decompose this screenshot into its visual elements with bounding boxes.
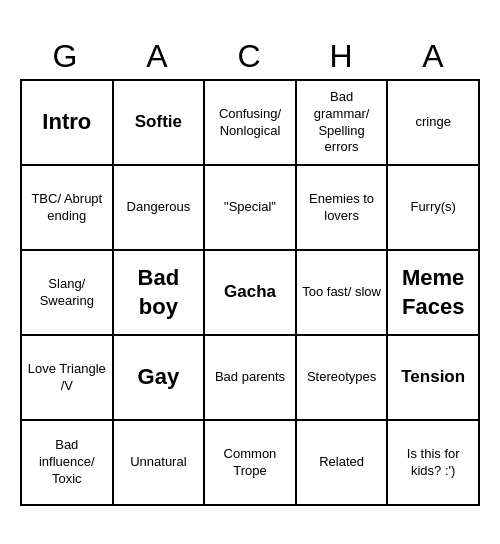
- bingo-cell-19: Tension: [388, 336, 480, 421]
- bingo-cell-14: Meme Faces: [388, 251, 480, 336]
- bingo-cell-18: Stereotypes: [297, 336, 389, 421]
- bingo-cell-1: Softie: [114, 81, 206, 166]
- bingo-cell-11: Bad boy: [114, 251, 206, 336]
- bingo-cell-3: Bad grammar/ Spelling errors: [297, 81, 389, 166]
- bingo-cell-20: Bad influence/ Toxic: [22, 421, 114, 506]
- bingo-card: G A C H A IntroSoftieConfusing/ Nonlogic…: [10, 28, 490, 516]
- bingo-cell-24: Is this for kids? :'): [388, 421, 480, 506]
- title-letter-h: H: [298, 38, 386, 75]
- bingo-grid: IntroSoftieConfusing/ NonlogicalBad gram…: [20, 79, 480, 506]
- title-letter-a2: A: [390, 38, 478, 75]
- bingo-cell-9: Furry(s): [388, 166, 480, 251]
- bingo-cell-10: Slang/ Swearing: [22, 251, 114, 336]
- bingo-cell-22: Common Trope: [205, 421, 297, 506]
- bingo-cell-23: Related: [297, 421, 389, 506]
- bingo-cell-21: Unnatural: [114, 421, 206, 506]
- title-letter-a1: A: [114, 38, 202, 75]
- bingo-cell-6: Dangerous: [114, 166, 206, 251]
- bingo-cell-7: "Special": [205, 166, 297, 251]
- title-letter-c: C: [206, 38, 294, 75]
- title-letter-g: G: [22, 38, 110, 75]
- bingo-cell-2: Confusing/ Nonlogical: [205, 81, 297, 166]
- bingo-cell-12: Gacha: [205, 251, 297, 336]
- bingo-cell-13: Too fast/ slow: [297, 251, 389, 336]
- bingo-cell-8: Enemies to lovers: [297, 166, 389, 251]
- bingo-cell-16: Gay: [114, 336, 206, 421]
- bingo-cell-5: TBC/ Abrupt ending: [22, 166, 114, 251]
- bingo-title: G A C H A: [20, 38, 480, 75]
- bingo-cell-15: Love Triangle /V: [22, 336, 114, 421]
- bingo-cell-4: cringe: [388, 81, 480, 166]
- bingo-cell-17: Bad parents: [205, 336, 297, 421]
- bingo-cell-0: Intro: [22, 81, 114, 166]
